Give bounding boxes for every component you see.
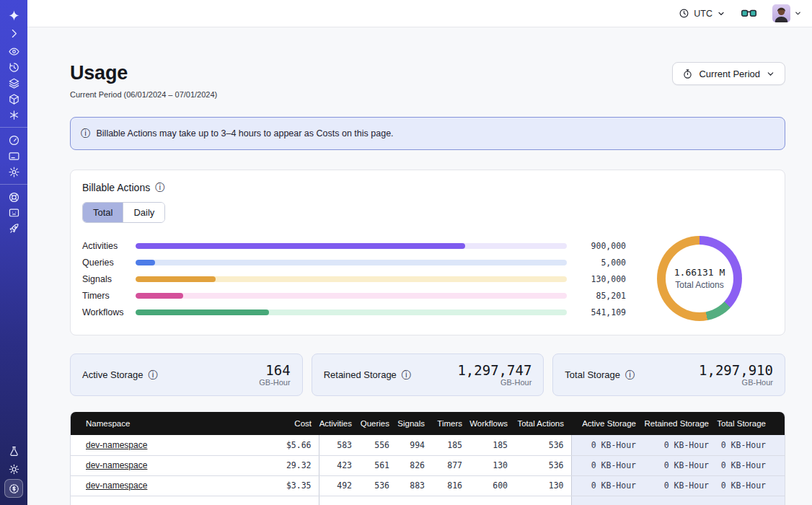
- namespace-link[interactable]: dev-namespace: [86, 460, 147, 470]
- col-signals: Signals: [397, 412, 432, 435]
- info-icon: ⓘ: [81, 128, 91, 139]
- table-header-row: Namespace Cost Activities Queries Signal…: [71, 412, 785, 435]
- page-title: Usage: [70, 62, 217, 84]
- eye-icon[interactable]: [4, 43, 23, 59]
- billable-actions-tabs: Total Daily: [82, 202, 165, 223]
- info-icon[interactable]: ⓘ: [155, 183, 165, 193]
- usage-cost-coin-icon[interactable]: [4, 479, 23, 498]
- retained-storage-label: Retained Storage: [324, 369, 397, 380]
- col-total-actions: Total Actions: [515, 412, 571, 435]
- cell-timers: 816: [432, 475, 469, 496]
- rocket-icon[interactable]: [4, 221, 23, 237]
- bar-label: Workflows: [82, 307, 136, 317]
- namespace-link[interactable]: dev-namespace: [86, 440, 147, 450]
- active-storage-label: Active Storage: [82, 369, 144, 380]
- cell-signals: 994: [397, 435, 432, 455]
- temporal-logo-icon[interactable]: [4, 7, 23, 23]
- bar-track: [136, 276, 567, 282]
- cell-active-storage: 0 KB-Hour: [571, 435, 643, 455]
- bar-label: Timers: [82, 291, 136, 301]
- cell-activities: 423: [319, 455, 359, 475]
- cell-total-actions: 536: [515, 435, 571, 455]
- cell-cost: $5.66: [252, 435, 319, 455]
- history-clock-icon[interactable]: [4, 59, 23, 75]
- cell-cost: $3.35: [252, 475, 319, 496]
- col-timers: Timers: [432, 412, 469, 435]
- billable-actions-title: Billable Actions: [82, 182, 150, 193]
- table-row: dev-namespace $3.35 492 536 883 816 600 …: [71, 475, 785, 496]
- bar-row-signals: Signals 130,000: [82, 271, 626, 287]
- col-retained-storage: Retained Storage: [643, 412, 716, 435]
- feature-flags-glasses-icon[interactable]: [741, 8, 756, 19]
- app: UTC Usage Current Period (06/01/2024 – 0…: [0, 0, 812, 505]
- chevron-down-icon: [717, 9, 725, 18]
- donut-box: 1.66131 M Total Actions: [626, 233, 773, 324]
- account-menu[interactable]: [772, 4, 802, 22]
- cell-signals: 826: [397, 455, 432, 475]
- info-icon[interactable]: ⓘ: [625, 370, 635, 380]
- bar-row-workflows: Workflows 541,109: [82, 304, 626, 320]
- bar-fill: [136, 309, 269, 315]
- layers-icon[interactable]: [4, 75, 23, 91]
- topbar: UTC: [27, 0, 812, 27]
- cell-total-actions: 130: [515, 475, 571, 496]
- cell-active-storage: 0 KB-Hour: [571, 455, 643, 475]
- bar-value: 5,000: [567, 258, 626, 268]
- bar-row-queries: Queries 5,000: [82, 254, 626, 271]
- main-area: UTC Usage Current Period (06/01/2024 – 0…: [27, 0, 812, 505]
- assistant-monitor-icon[interactable]: [4, 205, 23, 221]
- cell-queries: 536: [359, 475, 397, 496]
- cube-icon[interactable]: [4, 91, 23, 107]
- bar-fill: [136, 243, 465, 249]
- tab-total[interactable]: Total: [83, 203, 123, 222]
- usage-gauge-icon[interactable]: [4, 132, 23, 148]
- bar-value: 85,201: [567, 291, 626, 301]
- clock-icon: [679, 8, 689, 19]
- bar-value: 541,109: [567, 307, 626, 317]
- sidebar-divider: [0, 184, 27, 185]
- collapse-chevron-right-icon[interactable]: [4, 25, 23, 41]
- table-row: dev-namespace $5.66 583 556 994 185 185 …: [71, 435, 785, 455]
- cell-activities: 492: [319, 475, 359, 496]
- total-storage-value: 1,297,910: [699, 363, 773, 378]
- info-icon[interactable]: ⓘ: [149, 370, 159, 380]
- chevron-down-icon: [766, 69, 775, 79]
- cell-cost: 29.32: [252, 455, 319, 475]
- cell-workflows: 185: [469, 435, 515, 455]
- theme-sun-icon[interactable]: [4, 461, 23, 477]
- billable-actions-title-row: Billable Actions ⓘ: [82, 182, 773, 193]
- info-banner: ⓘ Billable Actions may take up to 3–4 ho…: [70, 117, 785, 150]
- donut-center: 1.66131 M Total Actions: [666, 245, 733, 312]
- bar-value: 130,000: [567, 274, 626, 284]
- tab-daily[interactable]: Daily: [123, 203, 164, 222]
- table-row: dev-namespace 29.32 423 561 826 877 130 …: [71, 455, 785, 475]
- current-period-dropdown[interactable]: Current Period: [672, 62, 785, 85]
- cell-workflows: 600: [469, 475, 515, 496]
- bar-fill: [136, 276, 216, 282]
- col-queries: Queries: [359, 412, 397, 435]
- namespace-link[interactable]: dev-namespace: [86, 480, 147, 491]
- info-icon[interactable]: ⓘ: [402, 370, 412, 380]
- stopwatch-icon: [682, 69, 693, 79]
- billing-card-icon[interactable]: [4, 148, 23, 164]
- cell-retained-storage: 0 KB-Hour: [643, 455, 716, 475]
- active-storage-unit: GB-Hour: [259, 378, 290, 387]
- asterisk-icon[interactable]: [4, 107, 23, 123]
- cell-queries: 556: [359, 435, 397, 455]
- bar-fill: [136, 260, 155, 265]
- bar-label: Signals: [82, 274, 136, 284]
- user-avatar[interactable]: [772, 4, 790, 22]
- usage-page: Usage Current Period (06/01/2024 – 07/01…: [27, 27, 812, 505]
- bar-label: Queries: [82, 258, 136, 268]
- col-active-storage: Active Storage: [571, 412, 643, 435]
- timezone-selector[interactable]: UTC: [679, 8, 725, 19]
- total-storage-unit: GB-Hour: [699, 378, 773, 387]
- billable-actions-card: Billable Actions ⓘ Total Daily Activitie…: [70, 170, 785, 335]
- settings-gear-icon[interactable]: [4, 164, 23, 180]
- sidebar: [0, 0, 27, 505]
- retained-storage-card: Retained Storage ⓘ 1,297,747 GB-Hour: [312, 354, 544, 396]
- col-total-storage: Total Storage: [716, 412, 785, 435]
- support-lifebuoy-icon[interactable]: [4, 189, 23, 205]
- labs-flask-icon[interactable]: [4, 443, 23, 459]
- retained-storage-unit: GB-Hour: [457, 378, 531, 387]
